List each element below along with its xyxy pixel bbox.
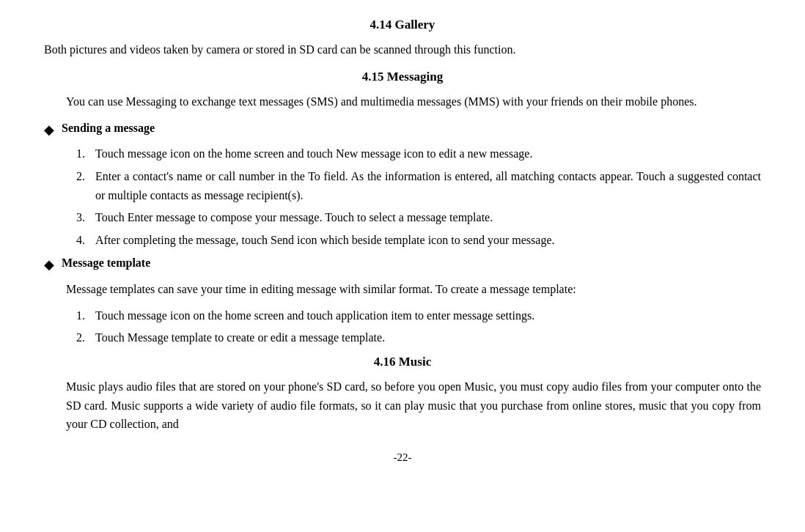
sending-message-label: Sending a message	[62, 119, 155, 138]
section-heading-music: 4.16 Music	[44, 352, 761, 372]
message-template-label: Message template	[62, 254, 150, 273]
diamond-icon-2: ◆	[44, 254, 54, 276]
section-heading-gallery: 4.14 Gallery	[44, 15, 761, 34]
section-heading-messaging: 4.15 Messaging	[44, 67, 761, 86]
messaging-body: You can use Messaging to exchange text m…	[44, 92, 761, 111]
gallery-body: Both pictures and videos taken by camera…	[44, 40, 761, 59]
sending-message-list: Touch message icon on the home screen an…	[44, 144, 761, 249]
list-item: Touch message icon on the home screen an…	[88, 306, 761, 325]
bullet-message-template: ◆ Message template	[44, 254, 761, 276]
list-item: Touch Enter message to compose your mess…	[88, 208, 761, 227]
message-template-intro: Message templates can save your time in …	[44, 280, 761, 299]
music-body: Music plays audio files that are stored …	[44, 377, 761, 434]
list-item: Enter a contact's name or call number in…	[88, 167, 761, 204]
bullet-sending-message: ◆ Sending a message	[44, 119, 761, 141]
page-number: -22-	[44, 448, 761, 466]
list-item: Touch message icon on the home screen an…	[88, 144, 761, 163]
diamond-icon-1: ◆	[44, 119, 54, 141]
message-template-list: Touch message icon on the home screen an…	[44, 306, 761, 347]
list-item: Touch Message template to create or edit…	[88, 328, 761, 347]
list-item: After completing the message, touch Send…	[88, 231, 761, 250]
